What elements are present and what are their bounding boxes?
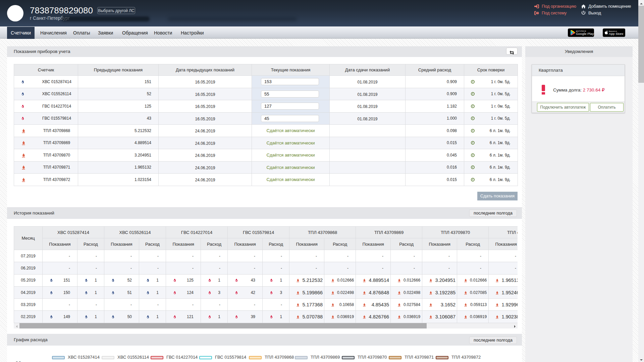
svg-text:Google Play: Google Play <box>576 32 594 36</box>
svg-text:App Store: App Store <box>609 32 624 36</box>
